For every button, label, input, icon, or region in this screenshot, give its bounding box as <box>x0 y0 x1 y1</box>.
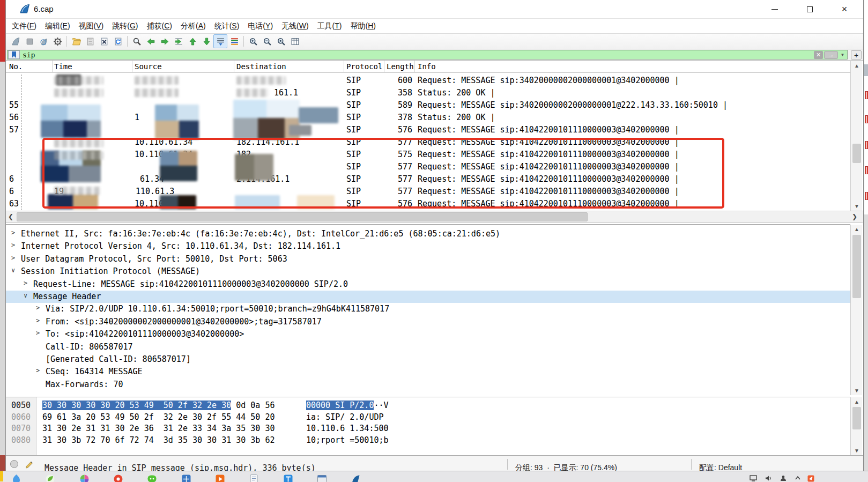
hex-row[interactable]: 007031 30 2e 31 31 30 2e 36 31 2e 33 34 … <box>6 423 850 434</box>
details-line[interactable]: >Via: SIP/2.0/UDP 10.110.61.34:50010;rpo… <box>6 303 850 315</box>
filter-add-button[interactable]: + <box>851 50 862 60</box>
expanded-arrow-icon[interactable]: ∨ <box>24 292 27 299</box>
tray-display-icon[interactable] <box>750 475 757 482</box>
zoom-in-icon[interactable] <box>246 34 260 48</box>
column-separator[interactable] <box>52 61 53 73</box>
details-line-selected[interactable]: ∨Message Header <box>6 291 850 303</box>
column-header-length[interactable]: Length <box>387 62 414 71</box>
column-header-no[interactable]: No. <box>9 62 23 71</box>
go-last-packet-icon[interactable] <box>199 34 213 48</box>
capture-comment-icon[interactable] <box>25 459 34 469</box>
hex-ascii[interactable]: 10;rport =50010;b <box>306 435 389 445</box>
wireshark-fin-icon[interactable] <box>351 474 361 482</box>
column-separator[interactable] <box>344 61 344 73</box>
hex-bytes[interactable]: 31 30 3b 72 70 6f 72 74 3d 35 30 30 31 3… <box>42 435 275 445</box>
scroll-right-icon[interactable]: ❯ <box>852 213 857 220</box>
column-header-info[interactable]: Info <box>418 62 436 71</box>
stop-capture-icon[interactable] <box>23 34 36 48</box>
hex-ascii[interactable]: 00000 SI P/2.0··V <box>306 401 389 410</box>
column-header-source[interactable]: Source <box>135 62 162 71</box>
browser-drop-icon[interactable] <box>11 474 21 482</box>
packet-list-header[interactable]: No.TimeSourceDestinationProtocolLengthIn… <box>6 61 850 73</box>
scrollbar-thumb[interactable] <box>17 212 588 221</box>
packet-row[interactable]: SIP600Request: MESSAGE sip:3402000000200… <box>6 75 850 87</box>
hex-ascii[interactable]: ia: SIP/ 2.0/UDP <box>306 412 384 422</box>
maximize-button[interactable] <box>794 0 825 18</box>
tray-expand-icon[interactable] <box>795 475 801 482</box>
hex-row[interactable]: 005030 30 30 30 30 20 53 49 50 2f 32 2e … <box>6 400 850 411</box>
column-header-protocol[interactable]: Protocol <box>346 62 382 71</box>
tray-person-icon[interactable] <box>780 475 787 482</box>
filter-apply-button[interactable]: → <box>824 51 838 59</box>
hex-bytes[interactable]: 31 30 2e 31 31 30 2e 36 31 2e 33 34 3a 3… <box>42 424 275 433</box>
menu-wireless[interactable]: 无线(W) <box>278 20 313 33</box>
scroll-left-icon[interactable]: ❮ <box>8 213 13 220</box>
bytes-scrollbar[interactable]: ▲ ▼ <box>850 397 862 455</box>
details-line[interactable]: >From: <sip:34020000002000000001@3402000… <box>6 316 850 328</box>
packet-row[interactable]: 55SIP589Request: MESSAGE sip:34020000002… <box>6 99 850 112</box>
collapsed-arrow-icon[interactable]: > <box>36 329 40 337</box>
display-filter-input[interactable] <box>20 50 814 59</box>
details-line[interactable]: Max-Forwards: 70 <box>6 379 850 391</box>
vm-window-icon[interactable] <box>317 474 327 482</box>
scrollbar-thumb[interactable] <box>852 235 861 298</box>
details-line[interactable]: [Generated Call-ID: 806587017] <box>6 353 850 366</box>
column-header-time[interactable]: Time <box>54 62 72 71</box>
close-file-icon[interactable] <box>97 34 111 48</box>
collapsed-arrow-icon[interactable]: > <box>11 241 15 249</box>
resize-columns-icon[interactable] <box>288 34 302 48</box>
menu-capture[interactable]: 捕获(C) <box>143 20 176 33</box>
go-to-packet-icon[interactable] <box>172 34 186 48</box>
details-line[interactable]: >Internet Protocol Version 4, Src: 10.11… <box>6 240 850 253</box>
collapsed-arrow-icon[interactable]: > <box>36 304 40 312</box>
menu-tools[interactable]: 工具(T) <box>314 20 346 33</box>
menu-telephony[interactable]: 电话(Y) <box>244 20 277 33</box>
details-line[interactable]: >User Datagram Protocol, Src Port: 50010… <box>6 253 850 265</box>
packet-row[interactable]: 56021551SIP378Status: 200 OK | <box>6 112 850 124</box>
packet-list-scrollbar[interactable]: ▲ ▼ <box>850 61 862 211</box>
go-back-icon[interactable] <box>144 34 158 48</box>
start-capture-icon[interactable] <box>9 34 23 48</box>
details-line[interactable]: ∨Session Initiation Protocol (MESSAGE) <box>6 265 850 278</box>
column-separator[interactable] <box>384 61 384 73</box>
collapsed-arrow-icon[interactable]: > <box>36 367 40 374</box>
hex-bytes[interactable]: 30 30 30 30 30 20 53 49 50 2f 32 2e 30 0… <box>42 401 275 410</box>
column-header-destination[interactable]: Destination <box>236 62 286 71</box>
scrollbar-thumb[interactable] <box>852 407 861 429</box>
menu-analyze[interactable]: 分析(A) <box>177 20 210 33</box>
packet-list-horizontal-scrollbar[interactable]: ❮ ❯ <box>6 211 863 223</box>
menu-edit[interactable]: 编辑(E) <box>41 20 74 33</box>
minimize-button[interactable] <box>759 0 790 18</box>
zoom-original-icon[interactable] <box>274 34 288 48</box>
display-filter-box[interactable]: ✕ → ▼ <box>7 50 848 60</box>
menu-file[interactable]: 文件(F) <box>8 20 40 33</box>
menu-statistics[interactable]: 统计(S) <box>211 20 243 33</box>
column-separator[interactable] <box>234 61 234 73</box>
go-forward-icon[interactable] <box>158 34 172 48</box>
packet-details-pane[interactable]: >Ethernet II, Src: fa:16:3e:7e:eb:4c (fa… <box>6 224 850 395</box>
collapsed-arrow-icon[interactable]: > <box>24 279 27 287</box>
hex-row[interactable]: 006069 61 3a 20 53 49 50 2f 32 2e 30 2f … <box>6 412 850 423</box>
menu-go[interactable]: 跳转(G) <box>108 20 142 33</box>
expert-info-icon[interactable] <box>10 460 18 468</box>
hex-ascii[interactable]: 10.110.6 1.34:500 <box>306 424 389 433</box>
tray-volume-icon[interactable] <box>765 475 772 482</box>
collapsed-arrow-icon[interactable]: > <box>11 254 15 262</box>
filter-bookmark-button[interactable] <box>8 50 20 59</box>
hex-bytes[interactable]: 69 61 3a 20 53 49 50 2f 32 2e 30 2f 55 4… <box>42 412 275 422</box>
filter-dropdown-button[interactable]: ▼ <box>839 51 846 59</box>
details-line[interactable]: >Ethernet II, Src: fa:16:3e:7e:eb:4c (fa… <box>6 228 850 240</box>
column-separator[interactable] <box>132 61 132 73</box>
typora-t-icon[interactable] <box>283 474 293 482</box>
red-circle-icon[interactable] <box>113 474 123 482</box>
expanded-arrow-icon[interactable]: ∨ <box>11 266 15 274</box>
details-line[interactable]: Call-ID: 806587017 <box>6 341 850 353</box>
status-profile[interactable]: 配置: Default <box>699 463 742 471</box>
collapsed-arrow-icon[interactable]: > <box>36 317 40 324</box>
go-first-packet-icon[interactable] <box>186 34 199 48</box>
packet-row[interactable]: 161.1SIP358Status: 200 OK | <box>6 87 850 99</box>
filter-clear-button[interactable]: ✕ <box>814 51 823 59</box>
tray-orange-icon[interactable] <box>807 475 814 482</box>
scroll-down-icon[interactable]: ▼ <box>851 202 863 210</box>
notepad-icon[interactable] <box>249 474 259 482</box>
